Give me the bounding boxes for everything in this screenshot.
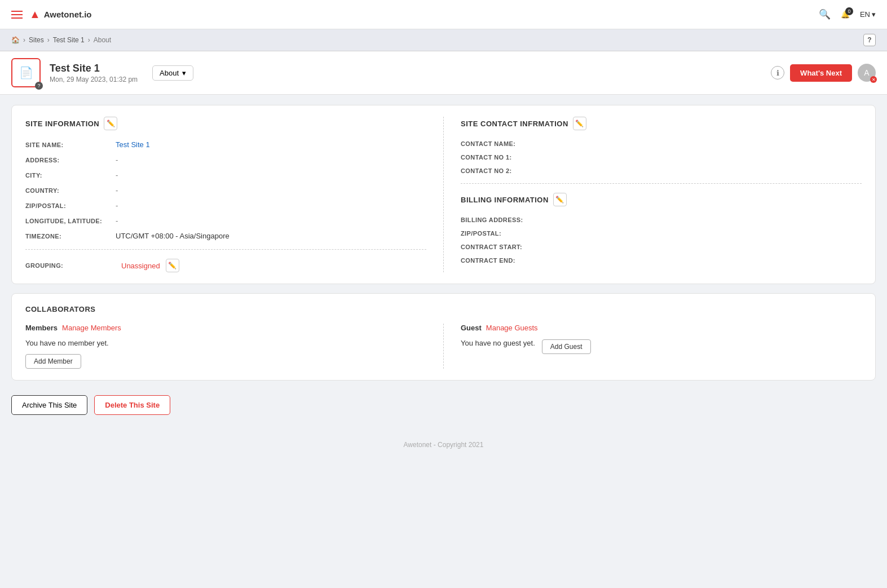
city-value: -	[116, 171, 118, 179]
add-member-button[interactable]: Add Member	[25, 354, 81, 369]
hamburger-menu[interactable]	[11, 11, 23, 19]
footer-text: Awetonet - Copyright 2021	[404, 441, 484, 449]
delete-site-button[interactable]: Delete This Site	[94, 395, 170, 415]
archive-site-button[interactable]: Archive This Site	[11, 395, 87, 415]
grouping-label: GROUPING:	[25, 262, 116, 269]
timezone-value: UTC/GMT +08:00 - Asia/Singapore	[116, 232, 230, 240]
notifications-button[interactable]: 🔔 0	[841, 10, 850, 19]
manage-guests-link[interactable]: Manage Guests	[486, 324, 538, 332]
help-button[interactable]: ?	[863, 34, 876, 46]
app-logo: ▲ Awetonet.io	[29, 8, 92, 21]
edit-site-info-button[interactable]: ✏️	[104, 117, 117, 130]
guests-column: Guest Manage Guests You have no guest ye…	[444, 324, 862, 369]
billing-address-label: BILLING ADDRESS:	[461, 216, 551, 223]
zip-value: -	[116, 201, 118, 210]
edit-billing-button[interactable]: ✏️	[553, 193, 567, 206]
city-label: CITY:	[25, 172, 116, 179]
lonlat-row: LONGITUDE, LATITUDE: -	[25, 216, 426, 225]
guests-empty-message: You have no guest yet.	[461, 339, 535, 347]
breadcrumb-sites[interactable]: Sites	[29, 36, 44, 44]
address-value: -	[116, 156, 118, 164]
home-icon[interactable]: 🏠	[11, 36, 20, 44]
manage-members-link[interactable]: Manage Members	[62, 324, 121, 332]
contract-start-label: CONTRACT START:	[461, 244, 551, 250]
guests-header: Guest Manage Guests	[461, 324, 862, 332]
billing-zip-row: ZIP/POSTAL:	[461, 230, 862, 237]
site-name-value[interactable]: Test Site 1	[116, 140, 150, 149]
site-name-label: SITE NAME:	[25, 142, 116, 148]
site-information-title: SITE INFORMATION ✏️	[25, 117, 426, 130]
right-panels: SITE CONTACT INFRMATION ✏️ CONTACT NAME:…	[444, 117, 862, 272]
timezone-row: TIMEZONE: UTC/GMT +08:00 - Asia/Singapor…	[25, 232, 426, 240]
top-navigation: ▲ Awetonet.io 🔍 🔔 0 EN ▾	[0, 0, 887, 29]
collaborators-card: COLLABORATORS Members Manage Members You…	[11, 293, 876, 381]
zip-label: ZIP/POSTAL:	[25, 202, 116, 209]
country-label: COUNTRY:	[25, 187, 116, 194]
avatar[interactable]: A ✕	[858, 64, 876, 82]
country-value: -	[116, 186, 118, 194]
question-badge: ?	[35, 82, 43, 90]
contact-name-label: CONTACT NAME:	[461, 140, 551, 147]
info-divider	[25, 249, 426, 250]
contact-no1-row: CONTACT NO 1:	[461, 154, 862, 161]
avatar-initials: A	[864, 68, 869, 77]
language-selector[interactable]: EN ▾	[860, 10, 876, 19]
grouping-row: GROUPING: Unassigned ✏️	[25, 259, 426, 272]
site-title: Test Site 1	[50, 63, 138, 74]
lonlat-value: -	[116, 216, 118, 225]
site-icon-box: 📄 ?	[11, 58, 41, 87]
whats-next-button[interactable]: What's Next	[790, 64, 852, 82]
close-icon: ✕	[870, 76, 877, 83]
breadcrumb-bar: 🏠 › Sites › Test Site 1 › About ?	[0, 29, 887, 51]
add-guest-button[interactable]: Add Guest	[542, 339, 591, 354]
breadcrumb-sep2: ›	[47, 36, 50, 44]
billing-divider	[461, 183, 862, 184]
contract-start-row: CONTRACT START:	[461, 244, 862, 250]
guest-label: Guest	[461, 324, 482, 332]
breadcrumb-sep1: ›	[23, 36, 25, 44]
contact-name-row: CONTACT NAME:	[461, 140, 862, 147]
members-label: Members	[25, 324, 58, 332]
billing-zip-label: ZIP/POSTAL:	[461, 230, 551, 237]
about-dropdown[interactable]: About ▾	[152, 65, 193, 81]
contact-no2-label: CONTACT NO 2:	[461, 167, 551, 174]
address-label: ADDRESS:	[25, 157, 116, 163]
edit-contact-button[interactable]: ✏️	[573, 117, 586, 130]
site-contact-title: SITE CONTACT INFRMATION ✏️	[461, 117, 862, 130]
contract-end-label: CONTRACT END:	[461, 257, 551, 264]
members-empty-message: You have no member yet.	[25, 339, 426, 347]
breadcrumb-sep3: ›	[88, 36, 90, 44]
country-row: COUNTRY: -	[25, 186, 426, 194]
billing-address-row: BILLING ADDRESS:	[461, 216, 862, 223]
billing-title: BILLING INFORMATION ✏️	[461, 193, 862, 206]
breadcrumb: 🏠 › Sites › Test Site 1 › About	[11, 36, 111, 44]
grouping-value: Unassigned	[121, 262, 160, 270]
billing-panel: BILLING INFORMATION ✏️ BILLING ADDRESS: …	[461, 193, 862, 264]
notification-badge: 0	[845, 7, 853, 15]
lonlat-label: LONGITUDE, LATITUDE:	[25, 218, 116, 224]
info-icon[interactable]: ℹ	[771, 66, 784, 79]
timezone-label: TIMEZONE:	[25, 233, 116, 240]
bottom-actions: Archive This Site Delete This Site	[11, 390, 876, 421]
contact-no1-label: CONTACT NO 1:	[461, 154, 551, 161]
zip-row: ZIP/POSTAL: -	[25, 201, 426, 210]
breadcrumb-current: About	[94, 36, 111, 44]
app-name: Awetonet.io	[44, 10, 92, 19]
edit-grouping-button[interactable]: ✏️	[166, 259, 179, 272]
site-date: Mon, 29 May 2023, 01:32 pm	[50, 76, 138, 83]
city-row: CITY: -	[25, 171, 426, 179]
site-contact-panel: SITE CONTACT INFRMATION ✏️ CONTACT NAME:…	[461, 117, 862, 174]
document-icon: 📄	[19, 66, 33, 79]
search-icon[interactable]: 🔍	[819, 8, 831, 20]
footer: Awetonet - Copyright 2021	[0, 431, 887, 459]
contract-end-row: CONTRACT END:	[461, 257, 862, 264]
main-content: SITE INFORMATION ✏️ SITE NAME: Test Site…	[0, 95, 887, 431]
collaborators-title: COLLABORATORS	[25, 305, 862, 313]
site-information-panel: SITE INFORMATION ✏️ SITE NAME: Test Site…	[25, 117, 444, 272]
site-name-row: SITE NAME: Test Site 1	[25, 140, 426, 149]
site-header: 📄 ? Test Site 1 Mon, 29 May 2023, 01:32 …	[0, 51, 887, 95]
info-contact-card: SITE INFORMATION ✏️ SITE NAME: Test Site…	[11, 105, 876, 284]
members-header: Members Manage Members	[25, 324, 426, 332]
breadcrumb-site-name[interactable]: Test Site 1	[53, 36, 85, 44]
dropdown-chevron-icon: ▾	[182, 69, 186, 77]
